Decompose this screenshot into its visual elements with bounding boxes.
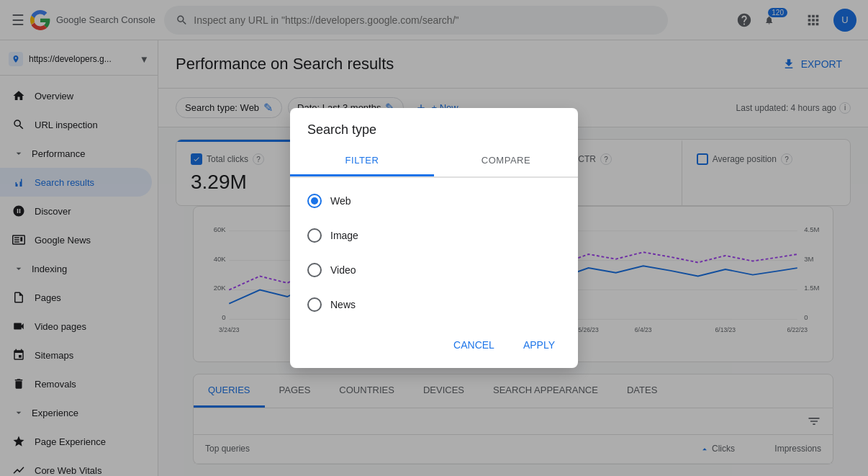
apply-button[interactable]: APPLY — [512, 333, 566, 356]
radio-video-circle — [307, 263, 322, 277]
cancel-button[interactable]: CANCEL — [442, 333, 506, 356]
modal-tab-filter[interactable]: FILTER — [290, 146, 434, 176]
modal-actions: CANCEL APPLY — [290, 328, 578, 368]
radio-video-label: Video — [330, 264, 356, 276]
radio-news[interactable]: News — [307, 287, 561, 322]
radio-image-label: Image — [330, 230, 358, 241]
search-type-modal: Search type FILTER COMPARE Web Image Vid… — [290, 108, 578, 368]
radio-web-dot — [311, 197, 318, 205]
radio-news-label: News — [330, 299, 356, 310]
radio-video[interactable]: Video — [307, 253, 561, 287]
modal-title: Search type — [290, 108, 578, 138]
radio-news-circle — [307, 297, 322, 312]
radio-image-circle — [307, 228, 322, 243]
modal-tabs: FILTER COMPARE — [290, 146, 578, 178]
radio-web[interactable]: Web — [307, 184, 561, 218]
radio-web-circle — [307, 194, 322, 208]
radio-web-label: Web — [330, 195, 351, 207]
modal-options: Web Image Video News — [290, 178, 578, 328]
radio-image[interactable]: Image — [307, 218, 561, 253]
modal-tab-compare[interactable]: COMPARE — [434, 146, 578, 176]
modal-overlay[interactable]: Search type FILTER COMPARE Web Image Vid… — [0, 0, 868, 476]
